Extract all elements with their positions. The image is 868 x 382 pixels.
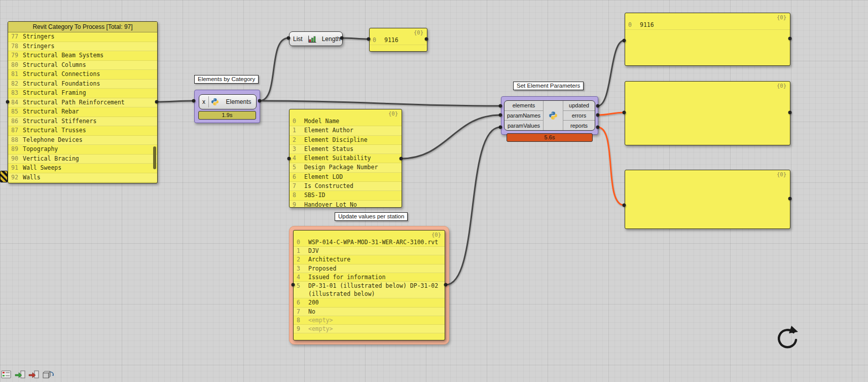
row-index: 4 (293, 154, 301, 163)
panel-row: 83Structural Framing (8, 89, 157, 98)
panel-row: 84Structural Path Reinforcement (8, 98, 157, 108)
panel-row: 7No (294, 308, 445, 316)
panel-row: 7Is Constructed (290, 182, 402, 191)
panel-row: 82Structural Foundations (8, 80, 157, 89)
row-text: Telephone Devices (23, 136, 157, 145)
panel-parameter-names[interactable]: {0} 0Model Name1Element Author2Element D… (289, 109, 402, 208)
row-index: 9 (297, 325, 305, 333)
row-index: 82 (11, 80, 19, 89)
panel-updated-result[interactable]: {0} 09116 (625, 13, 790, 66)
component-nickname-tag[interactable]: Set Element Parameters (513, 82, 584, 90)
wire-paramvalues-to-setparams[interactable] (446, 127, 500, 285)
list-view-icon[interactable] (1, 369, 12, 379)
row-index: 2 (293, 136, 301, 144)
row-index: 1 (297, 247, 305, 255)
list-input-label: List (290, 32, 306, 46)
wire-reports-to-panel[interactable] (598, 127, 624, 205)
panel-rows: 09116 (625, 21, 790, 65)
panel-row: 4Issued for information (294, 273, 445, 282)
row-index: 6 (293, 173, 301, 181)
wire-errors-to-panel[interactable] (598, 112, 624, 115)
set-element-parameters-component[interactable]: elements paramNames paramValues updated … (501, 96, 598, 135)
wire-length-to-panel[interactable] (342, 38, 369, 39)
row-index: 91 (11, 164, 19, 173)
python-icon (209, 95, 221, 109)
row-text: Structural Columns (23, 61, 157, 70)
panel-parameter-values[interactable]: {0} 0WSP-014-C-WPA-MOD-31-WER-ARC-3100.r… (293, 230, 445, 340)
row-index: 4 (297, 273, 305, 281)
panel-path-header: {0} (625, 13, 790, 21)
output-updated[interactable]: updated (563, 101, 595, 110)
panel-row: 6Element LOD (290, 173, 402, 182)
row-index: 77 (11, 32, 19, 42)
panel-row: 5Design Package Number (290, 163, 402, 172)
wire-elements-to-list[interactable] (260, 38, 288, 101)
row-text: Is Constructed (304, 182, 402, 190)
row-text: Design Package Number (304, 163, 402, 172)
row-index: 84 (11, 98, 19, 107)
green-arrow-icon[interactable] (15, 369, 26, 379)
canvas-mini-toolbar (1, 369, 54, 379)
panel-scrollbar[interactable] (153, 146, 156, 169)
runtime-badge: 1.9s (198, 111, 256, 120)
row-index: 0 (293, 117, 301, 126)
panel-rows: 09116 (370, 36, 427, 51)
panel-row: 80Structural Columns (8, 61, 157, 70)
row-text: Structural Beam Systems (23, 51, 157, 60)
row-index: 5 (297, 282, 305, 290)
row-index: 83 (11, 89, 19, 98)
component-capsule: elements paramNames paramValues updated … (504, 100, 595, 131)
row-text: SBS-ID (304, 191, 402, 200)
wire-elements-to-setparams[interactable] (260, 101, 500, 106)
panel-revit-categories[interactable]: Revit Category To Process [Total: 97] 77… (8, 21, 158, 183)
panel-row: 89Topography (8, 145, 157, 155)
bake-box-icon[interactable] (42, 369, 54, 379)
wire-categories-to-x[interactable] (157, 101, 194, 102)
row-index: 0 (297, 238, 305, 246)
input-elements[interactable]: elements (504, 101, 543, 110)
panel-rows: 0Model Name1Element Author2Element Disci… (290, 117, 402, 207)
row-text: Web (23, 182, 157, 183)
input-x[interactable]: x (199, 95, 208, 109)
panel-path-header: {0} (290, 109, 402, 117)
row-index: 7 (297, 308, 305, 316)
panel-row: 77Stringers (8, 32, 157, 42)
component-name: Elements (221, 95, 256, 109)
component-nickname-tag[interactable]: Elements by Category (194, 75, 259, 84)
row-text: Structural Framing (23, 89, 157, 98)
wire-updated-to-panel[interactable] (598, 41, 624, 106)
input-paramvalues[interactable]: paramValues (504, 120, 543, 130)
wire-paramnames-to-setparams[interactable] (401, 115, 500, 159)
row-text: Structural Connections (23, 70, 157, 79)
panel-reports-result[interactable]: {0} (625, 170, 790, 229)
red-arrow-icon[interactable] (28, 369, 40, 379)
panel-row: 09116 (625, 21, 790, 30)
row-text: Structural Stiffeners (23, 117, 157, 126)
output-reports[interactable]: reports (563, 120, 595, 130)
row-index: 0 (628, 21, 636, 29)
panel-errors-result[interactable]: {0} (625, 81, 790, 145)
row-text: Structural Rebar (23, 107, 157, 117)
input-paramnames[interactable]: paramNames (504, 110, 543, 121)
row-text: DJV (308, 247, 445, 255)
panel-row: 78Stringers (8, 42, 157, 52)
row-index: 86 (11, 117, 19, 126)
panel-list-length-result[interactable]: {0} 09116 (369, 28, 427, 52)
panel-row: 3Proposed (294, 264, 445, 273)
row-text: WSP-014-C-WPA-MOD-31-WER-ARC-3100.rvt (308, 238, 445, 246)
row-index: 7 (293, 182, 301, 190)
row-text: Handover Lot No (304, 201, 402, 207)
panel-row: 92Walls (8, 173, 157, 183)
row-text: <empty> (308, 316, 445, 324)
output-errors[interactable]: errors (563, 110, 595, 121)
panel-row: 90Vertical Bracing (8, 155, 157, 164)
group-label-tag[interactable]: Update values per station (335, 212, 408, 221)
list-length-component[interactable]: List Length (289, 31, 343, 46)
rotate-view-icon[interactable] (774, 325, 800, 352)
row-text: 9116 (384, 36, 427, 45)
panel-row: 88Telephone Devices (8, 136, 157, 145)
row-index: 8 (293, 191, 301, 200)
length-output-label: Length (318, 32, 344, 46)
elements-by-category-component[interactable]: x Elements 1.9s (194, 90, 260, 123)
panel-row: 9<empty> (294, 325, 445, 333)
